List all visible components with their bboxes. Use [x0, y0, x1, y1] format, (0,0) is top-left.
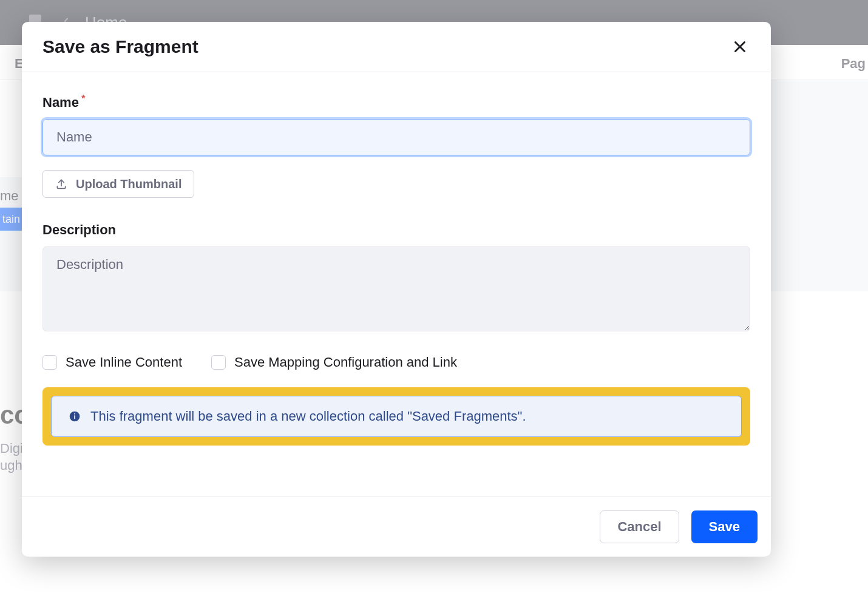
description-label: Description	[42, 222, 750, 238]
checkbox-box	[211, 355, 226, 370]
info-highlight: This fragment will be saved in a new col…	[42, 387, 750, 446]
checkbox-row: Save Inline Content Save Mapping Configu…	[42, 354, 750, 370]
svg-rect-4	[74, 416, 75, 419]
upload-thumbnail-button[interactable]: Upload Thumbnail	[42, 170, 194, 198]
close-button[interactable]	[730, 36, 750, 57]
name-input[interactable]	[42, 119, 750, 155]
svg-rect-5	[74, 413, 75, 415]
save-fragment-modal: Save as Fragment Name* Upload Thumbnail …	[22, 22, 771, 557]
checkbox-save-inline[interactable]: Save Inline Content	[42, 354, 182, 370]
save-button[interactable]: Save	[691, 510, 758, 543]
upload-thumbnail-label: Upload Thumbnail	[76, 177, 181, 191]
description-textarea[interactable]	[42, 246, 750, 331]
checkbox-save-mapping[interactable]: Save Mapping Configuration and Link	[211, 354, 457, 370]
info-text: This fragment will be saved in a new col…	[90, 409, 526, 424]
modal-header: Save as Fragment	[22, 22, 771, 72]
info-icon	[69, 410, 81, 422]
checkbox-save-inline-label: Save Inline Content	[66, 354, 182, 370]
checkbox-save-mapping-label: Save Mapping Configuration and Link	[234, 354, 457, 370]
info-alert: This fragment will be saved in a new col…	[51, 396, 742, 437]
checkbox-box	[42, 355, 57, 370]
required-indicator: *	[81, 93, 86, 104]
upload-icon	[55, 178, 67, 190]
close-icon	[732, 39, 748, 55]
modal-body: Name* Upload Thumbnail Description Save …	[22, 72, 771, 460]
modal-title: Save as Fragment	[42, 36, 198, 57]
name-label-text: Name	[42, 95, 79, 110]
name-label: Name*	[42, 93, 750, 110]
modal-footer: Cancel Save	[22, 497, 771, 557]
cancel-button[interactable]: Cancel	[600, 510, 679, 543]
